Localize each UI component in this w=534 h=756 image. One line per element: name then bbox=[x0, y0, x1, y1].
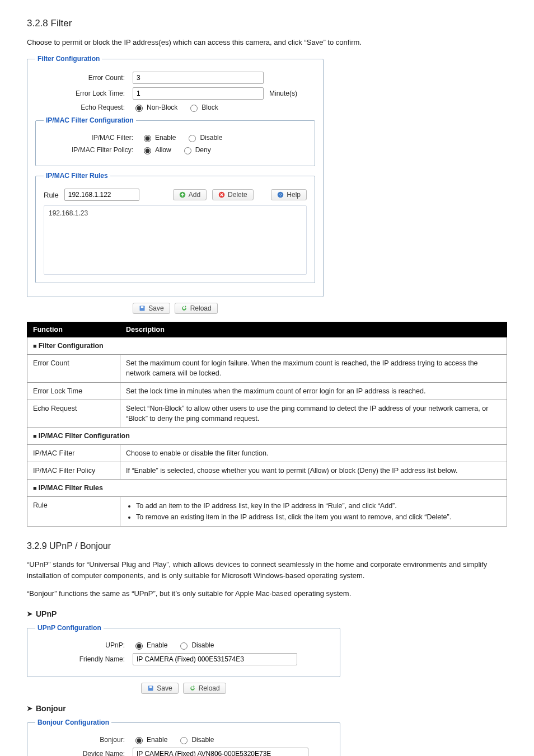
upnp-save-button[interactable]: Save bbox=[141, 683, 178, 694]
error-count-label: Error Count: bbox=[35, 74, 133, 82]
reload-icon bbox=[181, 305, 188, 312]
add-button[interactable]: Add bbox=[173, 189, 207, 200]
save-button[interactable]: Save bbox=[133, 303, 170, 314]
ipmac-filter-configuration-group: IP/MAC Filter Configuration IP/MAC Filte… bbox=[35, 116, 315, 166]
upnp-disable-radio[interactable] bbox=[180, 642, 188, 650]
td-rule-fn: Rule bbox=[27, 497, 120, 526]
td-error-count-desc: Set the maximum count for login failure.… bbox=[120, 355, 507, 382]
td-ipmac-filter-fn: IP/MAC Filter bbox=[27, 445, 120, 462]
error-count-input[interactable] bbox=[133, 72, 264, 84]
td-error-lock-desc: Set the lock time in minutes when the ma… bbox=[120, 382, 507, 400]
table-section-filter-conf: Filter Configuration bbox=[27, 337, 507, 355]
td-echo-fn: Echo Request bbox=[27, 400, 120, 427]
echo-nonblock-text: Non-Block bbox=[147, 104, 177, 111]
save-icon bbox=[147, 685, 154, 692]
bonjour-subheading-text: Bonjour bbox=[36, 704, 66, 713]
upnp-disable-text: Disable bbox=[191, 641, 214, 649]
rule-input[interactable] bbox=[64, 189, 139, 201]
echo-block-radio[interactable] bbox=[190, 105, 198, 112]
upnp-reload-button[interactable]: Reload bbox=[183, 683, 226, 694]
bonjour-disable-text: Disable bbox=[191, 736, 214, 744]
svg-rect-7 bbox=[149, 686, 152, 688]
ipmac-policy-deny-text: Deny bbox=[195, 146, 211, 154]
bonjour-subheading: Bonjour bbox=[27, 704, 507, 713]
td-rule-desc-b1: To add an item to the IP address list, k… bbox=[136, 501, 501, 511]
section-3-2-9-p2: “Bonjour” functions the same as “UPnP”, … bbox=[27, 588, 507, 599]
td-rule-desc: To add an item to the IP address list, k… bbox=[120, 497, 507, 526]
ipmac-filter-rules-group: IP/MAC Filter Rules Rule Add Delete ? He… bbox=[35, 172, 315, 283]
ipmac-policy-allow-text: Allow bbox=[155, 146, 171, 154]
upnp-label: UPnP: bbox=[35, 641, 133, 649]
upnp-configuration-legend: UPnP Configuration bbox=[35, 624, 104, 632]
error-lock-time-label: Error Lock Time: bbox=[35, 90, 133, 97]
device-name-label: Device Name: bbox=[35, 750, 133, 756]
echo-request-label: Echo Request: bbox=[35, 104, 133, 111]
friendly-name-label: Friendly Name: bbox=[35, 655, 133, 663]
device-name-input[interactable] bbox=[133, 748, 308, 756]
ipmac-filter-enable-text: Enable bbox=[155, 134, 176, 142]
upnp-enable-radio[interactable] bbox=[135, 642, 143, 650]
save-button-label: Save bbox=[148, 304, 163, 312]
plus-icon bbox=[179, 191, 186, 198]
echo-block-text: Block bbox=[202, 104, 218, 111]
ipmac-policy-label: IP/MAC Filter Policy: bbox=[44, 146, 141, 154]
td-error-lock-fn: Error Lock Time bbox=[27, 382, 120, 400]
td-error-count-fn: Error Count bbox=[27, 355, 120, 382]
ipmac-policy-deny-radio[interactable] bbox=[184, 147, 191, 154]
svg-rect-5 bbox=[141, 306, 144, 308]
save-icon bbox=[139, 305, 146, 312]
filter-configuration-group: Filter Configuration Error Count: Error … bbox=[27, 55, 324, 297]
echo-nonblock-radio[interactable] bbox=[135, 105, 143, 112]
svg-text:?: ? bbox=[279, 192, 282, 198]
section-3-2-8-intro: Choose to permit or block the IP address… bbox=[27, 37, 507, 48]
ipmac-filter-configuration-legend: IP/MAC Filter Configuration bbox=[44, 116, 136, 124]
bonjour-enable-radio[interactable] bbox=[135, 737, 143, 744]
td-ipmac-filter-desc: Choose to enable or disable the filter f… bbox=[120, 445, 507, 462]
friendly-name-input[interactable] bbox=[133, 653, 297, 665]
td-ipmac-policy-fn: IP/MAC Filter Policy bbox=[27, 462, 120, 480]
td-rule-desc-b2: To remove an existing item in the IP add… bbox=[136, 512, 501, 522]
help-button-label: Help bbox=[287, 191, 301, 199]
td-echo-desc: Select “Non-Block” to allow other users … bbox=[120, 400, 507, 427]
delete-button-label: Delete bbox=[228, 191, 247, 199]
reload-icon bbox=[189, 685, 196, 692]
bonjour-enable-text: Enable bbox=[147, 736, 167, 744]
rule-list[interactable]: 192.168.1.23 bbox=[44, 205, 307, 275]
filter-configuration-legend: Filter Configuration bbox=[35, 55, 102, 63]
reload-button-label: Reload bbox=[190, 304, 212, 312]
error-lock-time-input[interactable] bbox=[133, 87, 264, 100]
bonjour-label: Bonjour: bbox=[35, 736, 133, 744]
upnp-reload-label: Reload bbox=[199, 684, 220, 692]
td-ipmac-policy-desc: If “Enable” is selected, choose whether … bbox=[120, 462, 507, 480]
bonjour-disable-radio[interactable] bbox=[180, 737, 188, 744]
bonjour-configuration-group: Bonjour Configuration Bonjour: Enable Di… bbox=[27, 719, 340, 756]
delete-icon bbox=[218, 191, 225, 198]
help-icon: ? bbox=[277, 191, 284, 198]
ipmac-policy-allow-radio[interactable] bbox=[144, 147, 151, 154]
section-3-2-8-title: 3.2.8 Filter bbox=[27, 18, 507, 29]
upnp-subheading: UPnP bbox=[27, 609, 507, 618]
upnp-enable-text: Enable bbox=[147, 641, 167, 649]
bonjour-configuration-legend: Bonjour Configuration bbox=[35, 719, 111, 726]
th-function: Function bbox=[27, 322, 120, 337]
ipmac-filter-label: IP/MAC Filter: bbox=[44, 134, 141, 142]
section-3-2-9-title: 3.2.9 UPnP / Bonjour bbox=[27, 541, 507, 551]
th-description: Description bbox=[120, 322, 507, 337]
upnp-configuration-group: UPnP Configuration UPnP: Enable Disable … bbox=[27, 624, 340, 677]
section-3-2-9-p1: “UPnP” stands for “Universal Plug and Pl… bbox=[27, 559, 507, 581]
delete-button[interactable]: Delete bbox=[212, 189, 254, 200]
reload-button[interactable]: Reload bbox=[175, 303, 218, 314]
table-section-ipmac-rules: IP/MAC Filter Rules bbox=[27, 480, 507, 497]
table-section-ipmac-conf: IP/MAC Filter Configuration bbox=[27, 427, 507, 444]
upnp-save-label: Save bbox=[157, 684, 172, 692]
help-button[interactable]: ? Help bbox=[271, 189, 307, 200]
add-button-label: Add bbox=[189, 191, 200, 199]
ipmac-filter-disable-radio[interactable] bbox=[189, 135, 196, 142]
rule-label: Rule bbox=[44, 191, 59, 199]
function-description-table: Function Description Filter Configuratio… bbox=[27, 322, 507, 527]
upnp-subheading-text: UPnP bbox=[36, 609, 57, 618]
ipmac-filter-rules-legend: IP/MAC Filter Rules bbox=[44, 172, 110, 180]
rule-list-item[interactable]: 192.168.1.23 bbox=[49, 209, 302, 217]
error-lock-time-unit: Minute(s) bbox=[269, 90, 297, 97]
ipmac-filter-enable-radio[interactable] bbox=[144, 135, 151, 142]
